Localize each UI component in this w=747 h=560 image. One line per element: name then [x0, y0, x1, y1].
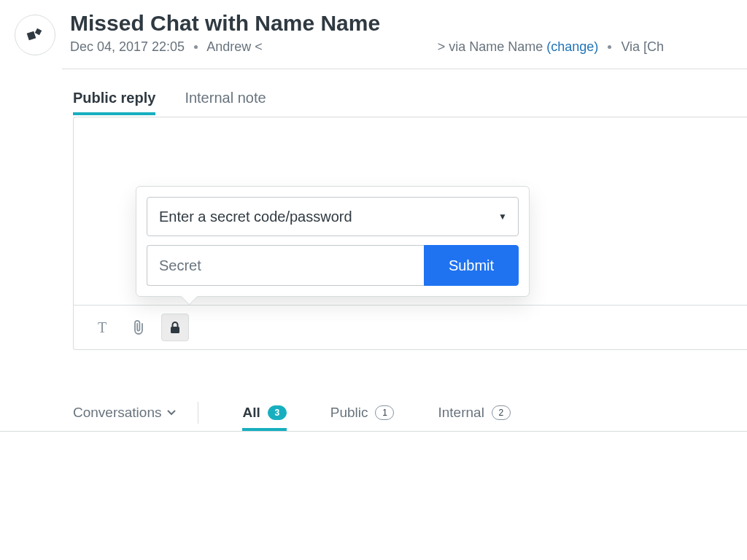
- filter-public-label: Public: [330, 405, 368, 421]
- divider: [0, 69, 747, 69]
- secret-button[interactable]: [161, 314, 189, 341]
- secret-popover: Enter a secret code/password ▼ Submit: [136, 186, 530, 297]
- reply-tabs: Public reply Internal note: [73, 90, 747, 115]
- filter-all-count: 3: [268, 405, 287, 420]
- filter-internal-label: Internal: [438, 405, 484, 421]
- reply-editor: Enter a secret code/password ▼ Submit T: [73, 117, 747, 350]
- ticket-date: Dec 04, 2017 22:05: [70, 39, 185, 54]
- ticket-header: Missed Chat with Name Name Dec 04, 2017 …: [0, 0, 747, 69]
- tab-public-reply[interactable]: Public reply: [73, 90, 155, 115]
- attach-button[interactable]: [125, 314, 152, 341]
- chevron-down-icon: [167, 410, 176, 416]
- secret-mode-label: Enter a secret code/password: [159, 209, 352, 225]
- text-icon: T: [98, 319, 107, 336]
- avatar-shapes-icon: [25, 25, 45, 45]
- conversations-label: Conversations: [73, 402, 161, 424]
- svg-rect-0: [27, 31, 36, 41]
- paperclip-icon: [132, 319, 145, 335]
- svg-rect-1: [35, 28, 42, 35]
- ticket-meta: Dec 04, 2017 22:05 Andrew < > via Name N…: [70, 39, 747, 55]
- submit-button[interactable]: Submit: [424, 245, 519, 286]
- filter-tab-public[interactable]: Public 1: [330, 394, 395, 431]
- filter-internal-count: 2: [492, 405, 511, 420]
- filter-tab-internal[interactable]: Internal 2: [438, 394, 510, 431]
- lock-icon: [169, 321, 181, 334]
- change-link[interactable]: (change): [546, 39, 598, 54]
- svg-rect-2: [171, 327, 179, 333]
- conversation-filters: Conversations All 3 Public 1 Internal 2: [0, 394, 747, 432]
- tab-internal-note[interactable]: Internal note: [185, 90, 266, 115]
- ticket-title: Missed Chat with Name Name: [70, 10, 747, 36]
- conversations-dropdown[interactable]: Conversations: [73, 402, 198, 424]
- filter-public-count: 1: [375, 405, 394, 420]
- ticket-via: > via Name Name: [438, 39, 543, 54]
- ticket-tail: Via [Ch: [621, 39, 664, 54]
- filter-all-label: All: [242, 405, 260, 421]
- editor-body[interactable]: Enter a secret code/password ▼ Submit: [74, 117, 747, 306]
- text-format-button[interactable]: T: [88, 314, 116, 341]
- secret-mode-select[interactable]: Enter a secret code/password: [147, 197, 519, 236]
- avatar: [15, 15, 55, 55]
- secret-input[interactable]: [147, 245, 424, 286]
- editor-toolbar: T: [74, 306, 747, 349]
- separator-dot-icon: [194, 45, 198, 49]
- filter-tab-all[interactable]: All 3: [242, 394, 286, 431]
- ticket-from: Andrew <: [206, 39, 263, 54]
- separator-dot-icon: [608, 45, 611, 49]
